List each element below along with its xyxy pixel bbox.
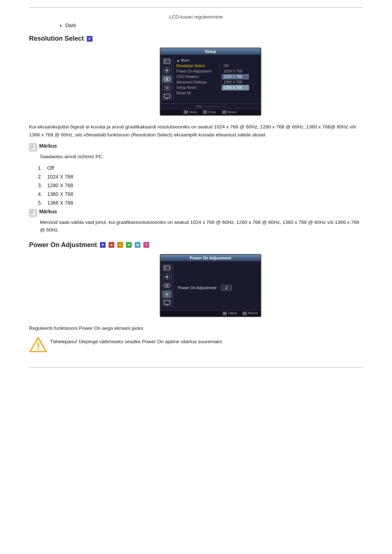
svg-point-27 — [166, 276, 168, 278]
badge-m: M — [135, 242, 140, 248]
move-icon: ⊕ — [184, 110, 188, 114]
osd-menu-reset-all: Reset All — [176, 90, 220, 96]
osd-icon-picture — [162, 58, 172, 66]
bullet-dark: Dark — [65, 22, 363, 28]
badge-c: C — [117, 242, 123, 248]
list-item-5: 1366 X 768 — [44, 200, 363, 206]
osd-menu-power-on: Power On Adjustment — [176, 69, 220, 74]
osd-menu-advanced: Advanced Settings — [176, 79, 220, 85]
svg-point-12 — [166, 78, 168, 80]
res-off: Off — [222, 63, 249, 69]
osd-menu-setup-reset: Setup Reset — [176, 85, 220, 90]
svg-rect-35 — [164, 300, 170, 304]
resolution-osd-container: Setup — [58, 48, 363, 116]
svg-point-33 — [166, 284, 168, 286]
list-item-4: 1360 X 768 — [44, 191, 363, 197]
note-box-2: Märkus — [29, 209, 363, 217]
svg-line-9 — [168, 68, 169, 69]
osd-menu-col: Resolution Select Power On Adjustment OS… — [176, 63, 220, 96]
poa-footer: ⊕ Adjust ↩ Return — [160, 310, 261, 316]
osd-footer-return: ↩ Return — [222, 110, 237, 114]
poa-icon-1 — [162, 264, 172, 272]
osd-footer-move: ⊕ Move — [184, 110, 197, 114]
osd-sn: S/N : ------------------- — [160, 103, 261, 109]
resolution-osd-box: Setup — [160, 48, 261, 116]
bullet-list: Dark — [51, 22, 363, 28]
power-on-section: Power On Adjustment P A C H M T Power On… — [29, 241, 363, 353]
poa-osd-container: Power On Adjustment — [58, 254, 363, 317]
note-icon-1 — [29, 143, 37, 151]
poa-value: 2 — [221, 285, 232, 291]
resolution-list: Off 1024 X 768 1280 X 768 1360 X 768 136… — [44, 165, 363, 206]
osd-menu-osd-rotation: OSD Rotation — [176, 74, 220, 79]
osd-body: ▲ More Resolution Select Power On Adjust… — [160, 55, 261, 103]
top-divider — [29, 7, 363, 8]
note-label-2: Märkus — [39, 209, 57, 214]
warning-text-container: Tähelepanu! Ülepinge vältimiseks seadke … — [50, 337, 223, 345]
poa-content: Power On Adjustment : 2 — [173, 263, 261, 308]
osd-icon-monitor — [162, 93, 172, 100]
poa-return-icon: ↩ — [242, 312, 247, 315]
osd-resolution-row: Resolution Select Power On Adjustment OS… — [176, 63, 258, 96]
poa-icon-5 — [162, 299, 172, 307]
list-item-1: Off — [44, 165, 363, 171]
osd-footer: ⊕ Move ↵ Enter ↩ Return — [160, 109, 261, 115]
svg-point-13 — [166, 87, 168, 89]
svg-point-34 — [166, 293, 168, 295]
list-item-2: 1024 X 768 — [44, 174, 363, 180]
poa-icons-col — [160, 263, 173, 308]
enter-icon: ↵ — [203, 110, 207, 114]
poa-title-bar: Power On Adjustment — [160, 255, 261, 261]
power-on-title: Power On Adjustment P A C H M T — [29, 241, 363, 249]
resolution-select-title: Resolution Select P — [29, 35, 363, 42]
osd-menu-content: ▲ More Resolution Select Power On Adjust… — [173, 56, 261, 102]
poa-osd-box: Power On Adjustment — [160, 254, 261, 317]
svg-point-2 — [166, 69, 168, 71]
note1-text: Saadaolev ainult režiimis PC. — [40, 153, 363, 161]
osd-icon-eye — [162, 75, 172, 83]
poa-label: Power On Adjustment : — [178, 286, 219, 290]
poa-icon-4 — [162, 290, 172, 298]
badge-t: T — [143, 242, 149, 248]
res-1280: 1280 X 768 — [222, 74, 249, 79]
res-1366: 1366 X 768 — [222, 85, 249, 90]
note-icon-2 — [29, 209, 37, 217]
osd-menu-resolution-select: Resolution Select — [176, 63, 220, 69]
adjust-icon: ⊕ — [222, 312, 227, 315]
badge-p2: P — [100, 242, 106, 248]
res-1024: 1024 X 768 — [222, 69, 249, 74]
svg-line-8 — [168, 72, 169, 73]
osd-res-col: Off 1024 X 768 1280 X 768 1360 X 768 136… — [220, 63, 249, 96]
note2-text: Menüüd saab valida vaid juhul, kui graaf… — [40, 218, 363, 234]
warning-icon — [29, 337, 47, 353]
osd-more-item: ▲ More — [176, 58, 258, 63]
svg-rect-14 — [164, 94, 170, 98]
osd-icon-gear — [162, 84, 172, 92]
badge-h: H — [126, 242, 132, 248]
poa-body: Power On Adjustment : 2 — [160, 261, 261, 310]
svg-point-40 — [37, 349, 39, 350]
osd-icon-brightness — [162, 66, 172, 74]
warning-text: Tähelepanu! Ülepinge vältimiseks seadke … — [50, 337, 223, 345]
svg-rect-17 — [30, 145, 36, 150]
list-item-3: 1280 X 768 — [44, 182, 363, 188]
poa-description: Reguleerib funktsiooni Power On aega ekr… — [29, 324, 363, 332]
svg-rect-21 — [30, 210, 36, 216]
svg-line-10 — [165, 72, 166, 73]
badge-p: P — [87, 36, 93, 42]
note-label-1: Märkus — [39, 143, 57, 149]
svg-line-7 — [165, 68, 166, 69]
return-icon: ↩ — [222, 110, 226, 114]
poa-icon-3 — [162, 282, 172, 290]
res-1360: 1360 X 768 — [222, 79, 249, 85]
poa-footer-return: ↩ Return — [242, 311, 258, 315]
warning-box: Tähelepanu! Ülepinge vältimiseks seadke … — [29, 337, 363, 353]
osd-icons-col — [160, 56, 173, 102]
page-header: LCD-kuvari reguleerimine — [29, 14, 363, 20]
poa-footer-adjust: ⊕ Adjust — [222, 311, 237, 315]
resolution-description: Kui ekraanikujutist õigesti ei kuvata ja… — [29, 123, 363, 139]
osd-title-bar: Setup — [160, 48, 261, 55]
badge-a: A — [109, 242, 114, 248]
poa-icon-2 — [162, 273, 172, 281]
page-container: LCD-kuvari reguleerimine Dark Resolution… — [0, 0, 392, 554]
